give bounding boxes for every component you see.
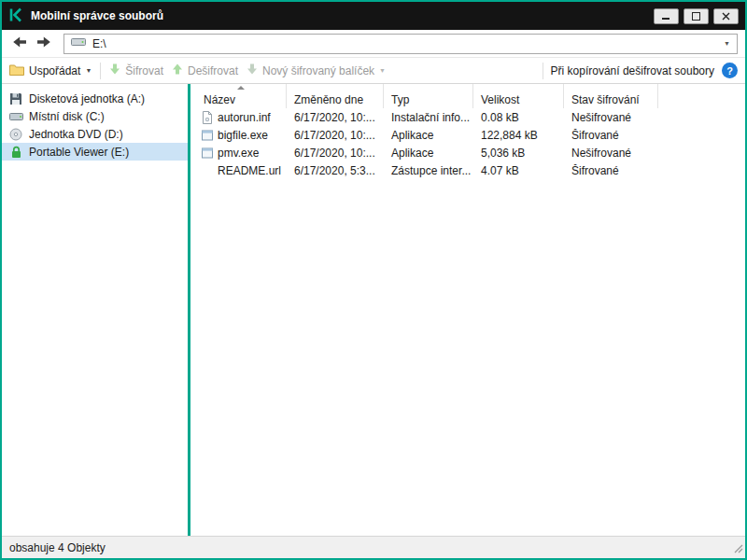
sidebar-item-label: Místní disk (C:)	[29, 110, 105, 123]
application-file-icon	[200, 129, 214, 142]
encrypt-arrow-down-icon	[109, 63, 120, 77]
column-header-encryption-status[interactable]: Stav šifrování	[564, 84, 658, 108]
file-row[interactable]: bigfile.exe 6/17/2020, 10:... Aplikace 1…	[196, 126, 745, 144]
drive-sidebar: Disketová jednotka (A:) Místní disk (C:)	[2, 84, 188, 536]
back-button[interactable]	[9, 34, 30, 54]
arrow-left-icon	[12, 35, 27, 52]
file-modified: 6/17/2020, 10:...	[287, 111, 384, 124]
file-size: 5,036 kB	[473, 147, 564, 160]
sort-ascending-icon	[237, 86, 245, 90]
maximize-button[interactable]	[684, 8, 709, 24]
sidebar-item-label: Disketová jednotka (A:)	[29, 92, 145, 105]
status-text: obsahuje 4 Objekty	[9, 541, 106, 554]
dvd-drive-icon	[8, 128, 23, 141]
file-list-header: Název Změněno dne Typ Velikost Stav šifr…	[196, 84, 745, 108]
app-window: Mobilní správce souborů	[0, 0, 747, 560]
sidebar-item-floppy-a[interactable]: Disketová jednotka (A:)	[2, 90, 188, 107]
file-name: pmv.exe	[218, 147, 259, 160]
file-name: autorun.inf	[218, 111, 271, 124]
file-encryption-status: Šifrované	[564, 164, 658, 177]
file-modified: 6/17/2020, 10:...	[287, 129, 384, 142]
file-modified: 6/17/2020, 10:...	[287, 147, 384, 160]
file-encryption-status: Nešifrované	[564, 111, 658, 124]
chevron-down-icon: ▼	[85, 67, 92, 74]
copy-decrypt-label: Při kopírování dešifrovat soubory	[551, 64, 714, 77]
address-bar[interactable]: E:\ ▼	[63, 34, 738, 54]
titlebar: Mobilní správce souborů	[2, 2, 745, 30]
arrow-right-icon	[36, 35, 51, 52]
sidebar-item-dvd-d[interactable]: Jednotka DVD (D:)	[2, 125, 188, 143]
new-package-label: Nový šifrovaný balíček	[262, 64, 374, 77]
new-encrypted-package-button[interactable]: Nový šifrovaný balíček ▼	[247, 63, 386, 77]
decrypt-arrow-up-icon	[172, 63, 183, 77]
column-header-modified[interactable]: Změněno dne	[287, 84, 384, 108]
file-encryption-status: Šifrované	[564, 129, 658, 142]
file-row[interactable]: autorun.inf 6/17/2020, 10:... Instalační…	[196, 108, 745, 126]
main-content: Disketová jednotka (A:) Místní disk (C:)	[2, 84, 745, 536]
toolbar: Uspořádat ▼ Šifrovat Dešifrovat	[2, 58, 745, 84]
file-encryption-status: Nešifrované	[564, 147, 658, 160]
file-type: Zástupce inter...	[384, 164, 473, 177]
file-row[interactable]: pmv.exe 6/17/2020, 10:... Aplikace 5,036…	[196, 144, 745, 161]
file-modified: 6/17/2020, 5:3...	[287, 164, 384, 177]
file-name: bigfile.exe	[218, 129, 268, 142]
organize-label: Uspořádat	[29, 64, 80, 77]
close-button[interactable]	[713, 8, 739, 24]
forward-button[interactable]	[34, 34, 54, 54]
address-text: E:\	[92, 37, 106, 50]
status-bar: obsahuje 4 Objekty	[2, 536, 745, 558]
package-arrow-down-icon	[247, 63, 258, 77]
encrypted-drive-lock-icon	[8, 146, 23, 159]
file-type: Aplikace	[384, 129, 473, 142]
file-name: README.url	[218, 164, 281, 177]
file-size: 122,884 kB	[473, 129, 564, 142]
window-controls	[654, 8, 739, 24]
floppy-drive-icon	[8, 92, 23, 105]
column-header-size[interactable]: Velikost	[473, 84, 564, 108]
decrypt-button[interactable]: Dešifrovat	[172, 63, 238, 77]
folder-icon	[9, 63, 24, 78]
kaspersky-logo-icon	[8, 7, 23, 25]
file-type: Aplikace	[384, 147, 473, 160]
sidebar-item-portable-viewer-e[interactable]: Portable Viewer (E:)	[2, 143, 188, 161]
minimize-button[interactable]	[654, 8, 679, 24]
decrypt-label: Dešifrovat	[188, 64, 238, 77]
file-size: 0.08 kB	[473, 111, 564, 124]
file-row[interactable]: README.url 6/17/2020, 5:3... Zástupce in…	[196, 161, 745, 179]
setup-info-file-icon	[200, 111, 214, 124]
toolbar-separator	[100, 63, 101, 79]
sidebar-item-label: Jednotka DVD (D:)	[29, 128, 123, 141]
column-header-type[interactable]: Typ	[384, 84, 473, 108]
toolbar-separator	[543, 63, 543, 79]
chevron-down-icon: ▼	[379, 67, 386, 74]
organize-button[interactable]: Uspořádat ▼	[9, 63, 92, 78]
encrypt-button[interactable]: Šifrovat	[109, 63, 163, 77]
file-type: Instalační info...	[384, 111, 473, 124]
navigation-bar: E:\ ▼	[2, 30, 745, 58]
toolbar-right-group: Při kopírování dešifrovat soubory ?	[543, 63, 738, 79]
encrypt-label: Šifrovat	[125, 64, 163, 77]
hard-drive-icon	[8, 110, 23, 123]
resize-grip-icon[interactable]	[732, 542, 743, 556]
application-file-icon	[200, 147, 214, 160]
sidebar-item-local-disk-c[interactable]: Místní disk (C:)	[2, 107, 188, 125]
window-title: Mobilní správce souborů	[31, 9, 163, 22]
drive-icon	[71, 36, 86, 50]
file-size: 4.07 kB	[473, 164, 564, 177]
file-list: Název Změněno dne Typ Velikost Stav šifr…	[190, 84, 745, 536]
sidebar-item-label: Portable Viewer (E:)	[29, 146, 129, 159]
column-header-name[interactable]: Název	[196, 84, 287, 108]
address-dropdown-icon[interactable]: ▼	[724, 40, 730, 47]
help-icon[interactable]: ?	[722, 63, 738, 78]
